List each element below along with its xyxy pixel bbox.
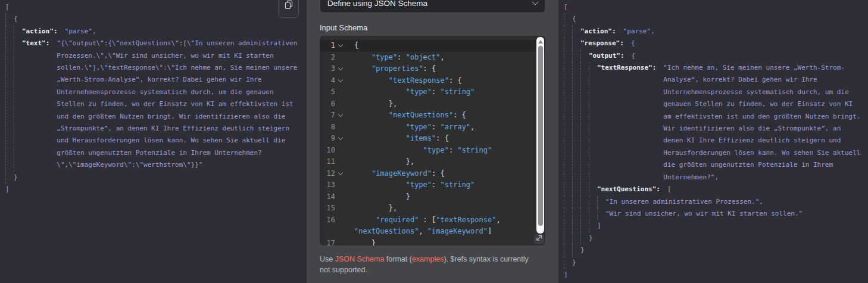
json-line: { <box>5 13 301 25</box>
indent-guide <box>580 62 589 184</box>
fold-chevron-icon[interactable] <box>338 135 343 140</box>
code-text: "type": "string" <box>346 86 545 98</box>
fold-gutter[interactable] <box>335 110 346 122</box>
fold-gutter <box>335 52 346 64</box>
fold-gutter <box>335 238 346 246</box>
indent-guide <box>589 62 597 184</box>
indent-guide <box>564 50 572 62</box>
editor-line[interactable]: 4 "textResponse": { <box>320 75 545 87</box>
hint-link[interactable]: examples <box>412 255 444 263</box>
fold-gutter[interactable] <box>335 63 346 75</box>
fold-gutter <box>335 179 346 191</box>
fold-chevron-icon[interactable] <box>338 66 343 70</box>
editor-line[interactable]: 12 "imageKeyword": { <box>320 168 545 180</box>
indent-guide <box>589 208 597 220</box>
indent-guide <box>564 208 572 220</box>
editor-line[interactable]: 7 "nextQuestions": { <box>320 110 545 122</box>
editor-line[interactable]: 13 "type": "string" <box>320 179 545 191</box>
json-line: } <box>5 172 301 184</box>
line-number: 14 <box>320 191 335 203</box>
editor-line[interactable]: 11 }, <box>320 156 545 168</box>
json-value: "Wir sind unsicher, wo wir mit KI starte… <box>605 208 862 220</box>
fold-chevron-icon[interactable] <box>338 112 343 117</box>
editor-line[interactable]: 14 } <box>320 191 545 203</box>
editor-line[interactable]: 2 "type": "object", <box>320 52 545 64</box>
editor-line[interactable]: 5 "type": "string" <box>320 86 545 98</box>
copy-button[interactable] <box>278 0 299 18</box>
indent-guide <box>564 184 572 195</box>
indent-guide <box>14 26 22 38</box>
json-bracket: } <box>572 257 576 269</box>
json-bracket: { <box>14 13 18 25</box>
indent-guide <box>572 38 580 49</box>
json-key: "response": <box>580 38 624 49</box>
indent-guide <box>572 232 580 244</box>
indent-guide <box>564 196 572 208</box>
fold-gutter[interactable] <box>335 40 346 52</box>
fold-gutter[interactable] <box>335 75 346 87</box>
json-line: [ <box>5 1 301 13</box>
indent-guide <box>572 50 580 62</box>
json-line: ] <box>5 184 301 195</box>
fold-chevron-icon[interactable] <box>338 170 343 175</box>
json-key: "action": <box>22 26 58 38</box>
editor-line[interactable]: 1{ <box>320 40 545 52</box>
editor-line[interactable]: 10 "type": "string" <box>320 145 545 157</box>
line-number: 15 <box>320 203 335 214</box>
editor-line[interactable]: 15 }, <box>320 203 545 214</box>
indent-guide <box>5 38 14 171</box>
expand-icon <box>536 234 542 245</box>
indent-guide <box>5 26 14 38</box>
line-number: 13 <box>320 179 335 191</box>
json-value: "parse", <box>65 26 301 38</box>
json-key: "output": <box>589 50 625 62</box>
scrollbar-thumb[interactable] <box>538 46 543 226</box>
code-text: "properties": { <box>346 63 545 75</box>
json-line: "action":"parse", <box>5 26 301 38</box>
line-number: 12 <box>320 168 335 180</box>
json-bracket: } <box>589 232 593 244</box>
line-number: 16 <box>320 214 335 238</box>
indent-guide <box>589 184 597 195</box>
editor-line[interactable]: 3 "properties": { <box>320 63 545 75</box>
json-line: "text":"{\"output\":{\"nextQuestions\":[… <box>5 38 301 171</box>
json-bracket: } <box>580 244 585 256</box>
indent-guide <box>5 172 14 184</box>
line-number: 8 <box>320 122 335 133</box>
editor-line[interactable]: 17 } <box>320 238 545 246</box>
json-tree: [{"action":"parse","response":{"output":… <box>564 1 862 281</box>
json-schema-code-editor[interactable]: 1{2 "type": "object",3 "properties": {4 … <box>320 36 545 245</box>
json-line: "response":{ <box>564 38 862 49</box>
expand-editor-button[interactable] <box>534 234 544 244</box>
json-tree: [{"action":"parse","text":"{\"output\":{… <box>5 1 301 196</box>
indent-guide <box>580 208 589 220</box>
hint-link[interactable]: JSON Schema <box>335 255 385 263</box>
editor-line[interactable]: 16 "required" : ["textResponse", "nextQu… <box>320 214 545 238</box>
fold-gutter <box>335 145 346 157</box>
editor-line[interactable]: 6 }, <box>320 98 545 110</box>
json-value: "In unseren administrativen Prozessen.", <box>605 196 862 208</box>
json-line: "Wir sind unsicher, wo wir mit KI starte… <box>564 208 862 220</box>
json-key: "nextQuestions": <box>597 184 660 195</box>
fold-chevron-icon[interactable] <box>338 77 343 82</box>
json-bracket: ] <box>597 220 601 232</box>
editor-line[interactable]: 9 "items": { <box>320 133 545 145</box>
json-line: } <box>564 232 862 244</box>
scroll-up-arrow-icon[interactable] <box>538 40 543 43</box>
indent-guide <box>580 184 589 195</box>
json-value: "{\"output\":{\"nextQuestions\":[\"In un… <box>57 38 301 171</box>
line-number: 5 <box>320 86 335 98</box>
fold-gutter <box>335 203 346 214</box>
schema-mode-select[interactable]: Define using JSON Schema <box>320 0 545 13</box>
fold-chevron-icon[interactable] <box>338 42 343 47</box>
chevron-down-icon <box>532 0 538 5</box>
editor-scrollbar[interactable] <box>536 37 544 234</box>
json-bracket: { <box>572 13 576 25</box>
indent-guide <box>564 62 572 184</box>
indent-guide <box>572 220 580 232</box>
json-bracket: [ <box>5 1 10 13</box>
json-value: { <box>632 50 862 62</box>
editor-line[interactable]: 8 "type": "array", <box>320 122 545 133</box>
fold-gutter[interactable] <box>335 133 346 145</box>
fold-gutter[interactable] <box>335 168 346 180</box>
